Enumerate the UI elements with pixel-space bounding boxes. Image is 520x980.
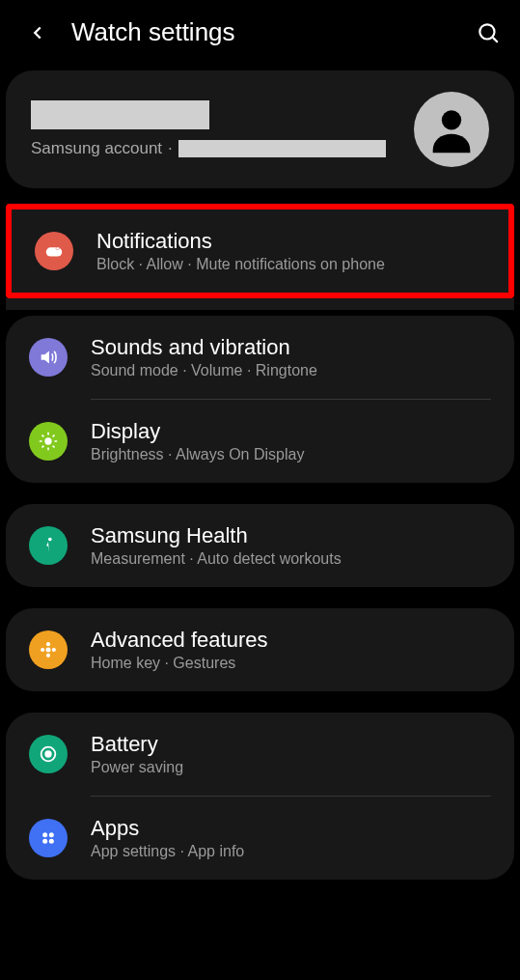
item-title: Samsung Health: [91, 523, 491, 548]
svg-point-20: [52, 648, 56, 652]
switch-icon: [43, 240, 65, 262]
svg-point-18: [46, 654, 50, 658]
svg-point-16: [46, 648, 51, 653]
account-label: Samsung account: [31, 139, 162, 158]
back-icon: [27, 22, 48, 43]
settings-item-battery[interactable]: Battery Power saving: [6, 713, 514, 796]
svg-point-22: [45, 751, 51, 757]
item-sub: App settings · App info: [91, 843, 491, 860]
sounds-icon: [29, 338, 68, 377]
svg-point-26: [49, 839, 54, 844]
item-sub: Sound mode · Volume · Ringtone: [91, 362, 491, 379]
svg-point-17: [46, 642, 50, 646]
svg-point-0: [479, 24, 494, 39]
account-card[interactable]: Samsung account ·: [6, 70, 514, 188]
account-separator: ·: [168, 139, 173, 158]
item-title: Apps: [91, 816, 491, 841]
runner-icon: [38, 535, 59, 556]
battery-circle-icon: [38, 743, 59, 765]
account-name-redacted: [31, 100, 209, 129]
item-title: Advanced features: [91, 628, 491, 653]
item-title: Notifications: [96, 229, 485, 254]
svg-point-6: [44, 437, 51, 444]
settings-item-notifications[interactable]: Notifications Block · Allow · Mute notif…: [12, 210, 508, 293]
grid-icon: [39, 828, 58, 848]
advanced-icon: [29, 630, 68, 669]
page-title: Watch settings: [71, 17, 452, 47]
svg-point-15: [48, 538, 52, 542]
apps-icon: [29, 819, 68, 857]
svg-line-14: [53, 434, 55, 436]
search-icon: [476, 20, 501, 45]
item-sub: Measurement · Auto detect workouts: [91, 550, 491, 568]
svg-rect-3: [46, 247, 63, 256]
settings-item-sounds[interactable]: Sounds and vibration Sound mode · Volume…: [6, 316, 514, 399]
item-title: Sounds and vibration: [91, 335, 491, 360]
item-sub: Block · Allow · Mute notifications on ph…: [96, 256, 485, 273]
settings-group-4: Battery Power saving Apps App settings ·…: [6, 713, 514, 880]
item-title: Battery: [91, 732, 491, 757]
battery-icon: [29, 735, 68, 773]
header: Watch settings: [0, 0, 520, 65]
svg-line-12: [53, 446, 55, 448]
person-icon: [424, 101, 479, 157]
settings-group-1: Sounds and vibration Sound mode · Volume…: [6, 316, 514, 483]
settings-item-health[interactable]: Samsung Health Measurement · Auto detect…: [6, 504, 514, 587]
svg-point-23: [42, 832, 47, 837]
flower-icon: [39, 640, 58, 659]
notifications-icon: [35, 232, 73, 270]
settings-item-advanced[interactable]: Advanced features Home key · Gestures: [6, 608, 514, 691]
account-info: Samsung account ·: [31, 100, 414, 158]
svg-line-13: [41, 446, 43, 448]
display-icon: [29, 422, 68, 461]
svg-point-25: [42, 839, 47, 844]
item-sub: Power saving: [91, 759, 491, 776]
highlight-notifications: Notifications Block · Allow · Mute notif…: [6, 204, 514, 298]
svg-line-11: [41, 434, 43, 436]
item-sub: Brightness · Always On Display: [91, 446, 491, 463]
settings-group-3: Advanced features Home key · Gestures: [6, 608, 514, 691]
health-icon: [29, 526, 68, 565]
svg-line-1: [493, 37, 498, 42]
item-sub: Home key · Gestures: [91, 655, 491, 672]
svg-point-5: [56, 247, 59, 250]
volume-icon: [38, 347, 59, 368]
search-button[interactable]: [476, 20, 501, 45]
svg-point-2: [442, 110, 461, 129]
svg-point-24: [49, 832, 54, 837]
settings-group-2: Samsung Health Measurement · Auto detect…: [6, 504, 514, 587]
svg-point-19: [41, 648, 44, 652]
item-title: Display: [91, 419, 491, 444]
account-email-redacted: [178, 140, 386, 157]
sun-icon: [38, 431, 59, 452]
settings-item-apps[interactable]: Apps App settings · App info: [6, 797, 514, 880]
avatar: [414, 92, 489, 167]
back-button[interactable]: [27, 22, 48, 43]
settings-item-display[interactable]: Display Brightness · Always On Display: [6, 400, 514, 483]
